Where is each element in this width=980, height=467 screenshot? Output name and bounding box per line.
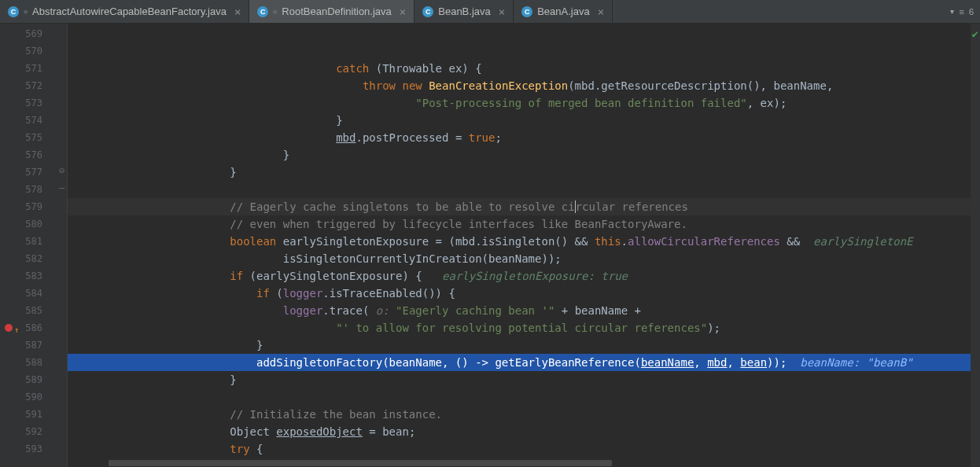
- line-number[interactable]: 593: [0, 440, 57, 458]
- hamburger-icon: ≡: [959, 7, 963, 17]
- fold-marker: [57, 318, 67, 335]
- line-number[interactable]: 578: [0, 181, 57, 198]
- code-line[interactable]: Object exposedObject = bean;: [68, 423, 980, 440]
- fold-gutter: ⊖—: [57, 24, 68, 467]
- fold-marker: [57, 352, 67, 370]
- fold-marker: [57, 41, 67, 58]
- code-line[interactable]: // Eagerly cache singletons to be able t…: [68, 198, 980, 215]
- tab-close-icon[interactable]: ×: [499, 6, 505, 18]
- fold-marker: [57, 58, 67, 75]
- fold-marker: [57, 404, 67, 421]
- dropdown-icon: ▾: [950, 7, 954, 16]
- code-content[interactable]: catch (Throwable ex) { throw new BeanCre…: [68, 24, 980, 467]
- line-number[interactable]: 571: [0, 60, 57, 77]
- tab-label: BeanA.java: [537, 6, 590, 17]
- tabs-overflow-count: 6: [969, 7, 974, 17]
- line-number[interactable]: 590: [0, 388, 57, 406]
- horizontal-scrollbar[interactable]: [68, 459, 971, 467]
- line-number[interactable]: 585: [0, 302, 57, 319]
- line-number[interactable]: 581: [0, 233, 57, 250]
- fold-marker: [57, 387, 67, 404]
- tab-3[interactable]: CBeanA.java×: [514, 0, 613, 23]
- tab-close-icon[interactable]: ×: [598, 6, 604, 18]
- line-number[interactable]: 586: [0, 319, 57, 336]
- code-line[interactable]: // Initialize the bean instance.: [68, 406, 980, 423]
- fold-marker: [57, 93, 67, 110]
- line-number[interactable]: 584: [0, 285, 57, 302]
- text-caret: [575, 200, 576, 213]
- code-line[interactable]: if (logger.isTraceEnabled()) {: [68, 285, 980, 302]
- class-file-icon: C: [8, 6, 19, 17]
- pinned-icon: ⎆: [273, 8, 277, 16]
- code-line[interactable]: }: [68, 146, 980, 164]
- fold-marker: [57, 248, 67, 266]
- line-number[interactable]: 575: [0, 129, 57, 146]
- class-file-icon: C: [422, 6, 433, 17]
- code-line[interactable]: catch (Throwable ex) {: [68, 60, 980, 77]
- line-number[interactable]: 591: [0, 406, 57, 423]
- code-line[interactable]: [68, 388, 980, 406]
- tab-0[interactable]: C⎆AbstractAutowireCapableBeanFactory.jav…: [0, 0, 249, 23]
- fold-marker: [57, 145, 67, 162]
- tab-1[interactable]: C⎆RootBeanDefinition.java×: [249, 0, 414, 23]
- class-file-icon: C: [521, 6, 532, 17]
- code-line[interactable]: if (earlySingletonExposure) { earlySingl…: [68, 267, 980, 285]
- class-file-icon: C: [257, 6, 268, 17]
- fold-marker: [57, 197, 67, 214]
- line-number[interactable]: 574: [0, 112, 57, 129]
- fold-marker: [57, 110, 67, 127]
- right-error-stripe: ✔: [971, 24, 980, 467]
- fold-marker: [57, 266, 67, 283]
- code-line[interactable]: }: [68, 336, 980, 354]
- line-number[interactable]: 572: [0, 77, 57, 94]
- code-line[interactable]: }: [68, 112, 980, 129]
- line-number[interactable]: 588: [0, 354, 57, 371]
- tab-close-icon[interactable]: ×: [234, 6, 241, 18]
- pinned-icon: ⎆: [24, 8, 28, 16]
- code-line[interactable]: isSingletonCurrentlyInCreation(beanName)…: [68, 250, 980, 267]
- tab-close-icon[interactable]: ×: [400, 6, 406, 18]
- code-line[interactable]: mbd.postProcessed = true;: [68, 129, 980, 146]
- line-number[interactable]: 587: [0, 336, 57, 354]
- line-number[interactable]: 570: [0, 42, 57, 60]
- fold-marker: [57, 421, 67, 439]
- code-line[interactable]: logger.trace( o: "Eagerly caching bean '…: [68, 302, 980, 319]
- line-number[interactable]: 569: [0, 25, 57, 42]
- line-number[interactable]: 589: [0, 371, 57, 388]
- tab-2[interactable]: CBeanB.java×: [414, 0, 514, 23]
- line-number[interactable]: 583: [0, 267, 57, 285]
- tab-label: RootBeanDefinition.java: [282, 6, 391, 17]
- inspection-ok-icon: ✔: [972, 25, 978, 42]
- code-line[interactable]: [68, 181, 980, 198]
- line-number[interactable]: 592: [0, 423, 57, 440]
- line-number[interactable]: 576: [0, 146, 57, 164]
- fold-marker: [57, 231, 67, 248]
- fold-marker: [57, 127, 67, 145]
- fold-marker[interactable]: ⊖: [57, 162, 67, 179]
- line-number[interactable]: 582: [0, 250, 57, 267]
- fold-marker: [57, 335, 67, 352]
- fold-marker: [57, 214, 67, 231]
- fold-marker: [57, 300, 67, 318]
- horizontal-scrollbar-thumb[interactable]: [109, 460, 612, 466]
- code-line[interactable]: try {: [68, 440, 980, 458]
- code-line[interactable]: boolean earlySingletonExposure = (mbd.is…: [68, 233, 980, 250]
- code-line[interactable]: // even when triggered by lifecycle inte…: [68, 215, 980, 233]
- fold-marker: [57, 24, 67, 41]
- line-number[interactable]: 573: [0, 94, 57, 112]
- tabs-overflow[interactable]: ▾≡6: [944, 0, 980, 23]
- editor-area: 5695705715725735745755765775785795805815…: [0, 24, 980, 467]
- code-line[interactable]: "Post-processing of merged bean definiti…: [68, 94, 980, 112]
- code-line[interactable]: addSingletonFactory(beanName, () -> getE…: [68, 354, 980, 371]
- line-number-gutter: 5695705715725735745755765775785795805815…: [0, 24, 57, 467]
- line-number[interactable]: 577: [0, 164, 57, 181]
- line-number[interactable]: 580: [0, 215, 57, 233]
- fold-marker: [57, 370, 67, 387]
- code-line[interactable]: "' to allow for resolving potential circ…: [68, 319, 980, 336]
- fold-marker[interactable]: —: [57, 179, 67, 197]
- code-line[interactable]: throw new BeanCreationException(mbd.getR…: [68, 77, 980, 94]
- tab-label: BeanB.java: [438, 6, 491, 17]
- line-number[interactable]: 579: [0, 198, 57, 215]
- code-line[interactable]: }: [68, 371, 980, 388]
- code-line[interactable]: }: [68, 164, 980, 181]
